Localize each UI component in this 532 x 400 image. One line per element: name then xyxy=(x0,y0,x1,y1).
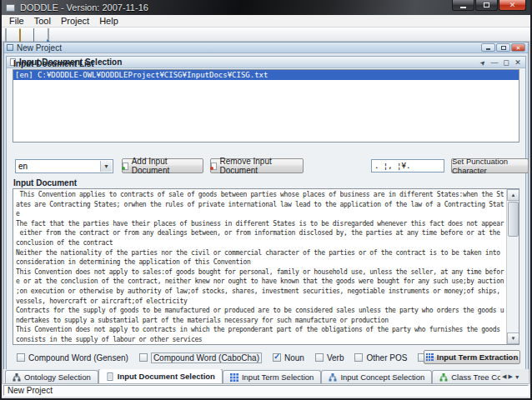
input-term-extraction-button[interactable]: Input Term Extraction xyxy=(424,350,520,364)
checkbox-compound-word-gensen[interactable]: Compound Word (Gensen) xyxy=(17,353,128,362)
scroll-down-icon[interactable]: ▼ xyxy=(507,332,519,344)
doc-line: e or at the conclusion of the contract, … xyxy=(16,277,504,287)
grid-icon xyxy=(426,353,434,361)
tab-input-term-selection[interactable]: Input Term Selection xyxy=(223,370,321,383)
checkbox-icon xyxy=(17,353,25,362)
input-document-title: Input Document xyxy=(13,178,77,188)
checkbox-noun[interactable]: Noun xyxy=(273,353,304,362)
language-select[interactable]: en ▼ xyxy=(15,159,113,173)
checkbox-icon xyxy=(139,353,148,362)
doc-list: [en] C:¥DODDLE-OWL¥DODDLEProject¥CISG¥In… xyxy=(13,69,519,142)
menu-bar: File Tool Project Help xyxy=(2,15,530,28)
open-project-icon[interactable] xyxy=(19,29,30,39)
checkbox-label: Compound Word (CaboCha) xyxy=(151,352,262,363)
checkbox-other-pos[interactable]: Other POS xyxy=(354,353,407,362)
doc-line: This Convention applies to contracts of … xyxy=(16,190,504,200)
application-window: DODDLE - Version: 2007-11-16 ✕ File Tool… xyxy=(0,0,532,400)
maximize-icon xyxy=(501,46,506,50)
window-title: DODDLE - Version: 2007-11-16 xyxy=(20,2,148,12)
vertical-scrollbar[interactable]: ▲ ▼ xyxy=(506,189,519,344)
doc-line: consideration in determining the applica… xyxy=(16,258,504,268)
checkbox-icon xyxy=(354,353,363,362)
save-project-icon[interactable] xyxy=(33,29,44,39)
pin-icon[interactable]: ➤ xyxy=(479,58,487,68)
remove-input-document-button[interactable]: Remove Input Document xyxy=(210,158,304,173)
frame-close-button[interactable]: ✕ xyxy=(511,43,525,52)
chevron-down-icon[interactable]: ▼ xyxy=(100,161,112,172)
document-icon xyxy=(106,372,114,381)
status-bar: New Project xyxy=(2,384,530,398)
tab-ontology-selection[interactable]: Ontology Selection xyxy=(5,370,98,383)
doc-line: consists in the supply of labour or othe… xyxy=(16,335,504,345)
input-document-selection-panel: Input Document Selection ➤ — ◻ ✕ Input D… xyxy=(6,56,526,382)
tree-icon xyxy=(13,373,21,382)
panel-maximize-icon[interactable]: ◻ xyxy=(502,58,510,68)
checkbox-compound-word-cabocha[interactable]: Compound Word (CaboCha) xyxy=(139,352,262,363)
menu-file[interactable]: File xyxy=(4,15,29,27)
panel-close-icon[interactable]: ✕ xyxy=(514,58,522,68)
doc-line: e xyxy=(16,209,504,219)
tree-icon xyxy=(439,373,448,382)
tab-input-document-selection[interactable]: Input Document Selection xyxy=(98,369,223,383)
checkbox-label: Compound Word (Gensen) xyxy=(28,353,128,362)
checkbox-checked-icon xyxy=(273,353,281,362)
language-value: en xyxy=(18,162,28,171)
tab-scroll-controls: ◀ ▶ ▼ xyxy=(500,369,529,384)
toolbar xyxy=(2,28,530,42)
bottom-tab-bar: Ontology Selection Input Document Select… xyxy=(3,369,529,384)
minimize-icon xyxy=(460,7,466,8)
add-input-document-button[interactable]: Add Input Document xyxy=(122,158,203,173)
tab-scroll-right-icon[interactable]: ▶ xyxy=(508,373,512,380)
save-as-project-icon[interactable] xyxy=(48,29,58,39)
new-project-icon[interactable] xyxy=(5,29,16,39)
new-project-titlebar[interactable]: New Project ✕ xyxy=(4,42,528,53)
doc-line: Contracts for the supply of goods to be … xyxy=(16,306,504,316)
frame-title: New Project xyxy=(17,43,62,52)
input-document-textarea[interactable]: This Convention applies to contracts of … xyxy=(13,188,519,345)
term-extraction-options: Compound Word (Gensen) Compound Word (Ca… xyxy=(7,348,525,367)
checkbox-label: Noun xyxy=(284,353,304,362)
tab-label: Ontology Selection xyxy=(24,372,91,382)
frame-icon xyxy=(7,44,13,51)
doc-line: ates are Contracting States; orwhen the … xyxy=(16,200,504,210)
doc-line: vessels, hovercraft or aircraft;of elect… xyxy=(16,297,504,307)
new-project-frame: New Project ✕ Input Document Selection ➤… xyxy=(3,42,529,384)
tab-label: Input Document Selection xyxy=(118,372,215,381)
close-icon: ✕ xyxy=(509,2,516,9)
maximize-button[interactable] xyxy=(475,0,498,11)
checkbox-verb[interactable]: Verb xyxy=(315,353,344,362)
maximize-icon xyxy=(484,2,489,8)
doc-controls-row: en ▼ Add Input Document Remove Input Doc… xyxy=(7,158,525,176)
remove-document-icon xyxy=(211,162,217,170)
minimize-button[interactable] xyxy=(452,0,474,11)
menu-project[interactable]: Project xyxy=(56,15,94,27)
panel-minimize-icon[interactable]: — xyxy=(490,58,499,68)
tab-label: Input Concept Selection xyxy=(340,372,424,382)
doc-line: Neither the nationality of the parties n… xyxy=(16,248,504,258)
extract-button-label: Input Term Extraction xyxy=(437,352,518,362)
punctuation-input[interactable]: . ¦, ¦¥. xyxy=(371,159,444,172)
checkbox-icon xyxy=(315,353,324,362)
frame-minimize-button[interactable] xyxy=(481,43,495,52)
set-punctuation-button[interactable]: Set Punctuation Character xyxy=(451,158,529,173)
scrollbar-thumb[interactable] xyxy=(508,202,519,237)
scroll-up-icon[interactable]: ▲ xyxy=(507,189,519,201)
add-document-icon xyxy=(123,162,128,170)
window-titlebar: DODDLE - Version: 2007-11-16 ✕ xyxy=(2,0,530,15)
tab-input-concept-selection[interactable]: Input Concept Selection xyxy=(321,370,432,383)
tab-list-icon[interactable]: ▼ xyxy=(514,374,520,380)
list-item[interactable]: [en] C:¥DODDLE-OWL¥DODDLEProject¥CISG¥In… xyxy=(13,70,519,80)
remove-button-label: Remove Input Document xyxy=(220,157,304,175)
app-icon xyxy=(6,4,15,12)
menu-help[interactable]: Help xyxy=(94,15,123,27)
tree-icon xyxy=(329,373,337,382)
doc-line: This Convention does not apply to sales:… xyxy=(16,268,504,278)
tab-scroll-left-icon[interactable]: ◀ xyxy=(502,373,506,380)
doc-line: The fact that the parties have their pla… xyxy=(16,219,504,229)
frame-maximize-button[interactable] xyxy=(496,43,510,52)
checkbox-label: Verb xyxy=(327,353,344,362)
checkbox-label: Other POS xyxy=(366,353,407,362)
close-button[interactable]: ✕ xyxy=(499,0,526,11)
menu-tool[interactable]: Tool xyxy=(29,15,56,27)
close-icon: ✕ xyxy=(516,45,521,51)
